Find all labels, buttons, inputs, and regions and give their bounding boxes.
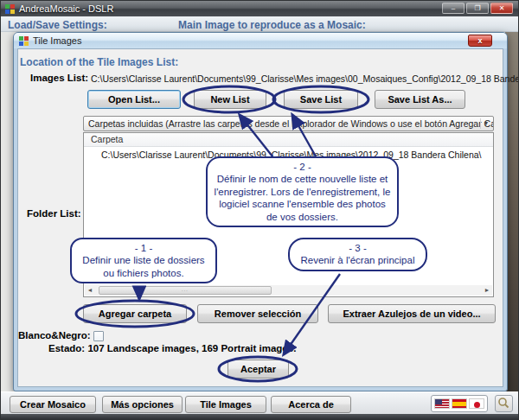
spain-flag-icon[interactable]	[452, 398, 467, 409]
japan-flag-icon[interactable]	[469, 398, 484, 409]
estado-status-line: Estado: 107 Landscape images, 169 Portra…	[48, 343, 296, 353]
us-flag-icon[interactable]	[434, 398, 450, 409]
scroll-left-icon[interactable]: ◄	[85, 285, 95, 296]
dialog-mosaic-icon	[19, 36, 29, 46]
callout-step3-text: Revenir à l'écran principal	[301, 255, 415, 265]
search-button[interactable]	[495, 395, 513, 412]
search-icon	[496, 396, 512, 411]
callout-step1-text: Definir une liste de dossiers ou fichier…	[82, 255, 204, 277]
location-section-heading: Location of the Tile Images List:	[20, 56, 178, 68]
images-list-path: C:\Users\Clarisse Laurent\Documents\99_C…	[91, 73, 519, 84]
remover-seleccion-button[interactable]: Remover selección	[197, 304, 318, 323]
folder-list-label: Folder List:	[27, 208, 81, 219]
maximize-button[interactable]: ❐	[466, 3, 489, 14]
estado-label: Estado:	[48, 343, 87, 353]
andreamosaic-window: { "window": { "title": "AndreaMosaic - D…	[0, 0, 519, 420]
window-titlebar[interactable]: AndreaMosaic - DSLR – ❐ ✕	[1, 1, 519, 16]
callout-step2-number: - 2 -	[213, 161, 392, 173]
tile-images-button[interactable]: Tile Images	[185, 396, 266, 413]
images-list-label: Images List:	[30, 73, 88, 83]
extraer-azulejos-button[interactable]: Extraer Azulejos de un video...	[328, 304, 496, 323]
folder-list-column-header[interactable]: Carpeta	[84, 133, 493, 147]
crear-mosaico-button[interactable]: Crear Mosaico	[10, 396, 96, 413]
save-list-as-button[interactable]: Save List As...	[375, 90, 465, 109]
scroll-right-icon[interactable]: ►	[482, 285, 492, 296]
load-save-settings-heading: Load/Save Settings:	[8, 19, 107, 31]
callout-step1-number: - 1 -	[77, 242, 210, 254]
callout-step2: - 2 - Définir le nom de cette nouvelle l…	[206, 156, 399, 227]
caption-buttons: – ❐ ✕	[442, 3, 513, 14]
callout-step3-number: - 3 -	[295, 242, 420, 254]
agregar-carpeta-button[interactable]: Agregar carpeta	[83, 304, 187, 323]
close-button[interactable]: ✕	[490, 3, 513, 14]
language-flags-panel[interactable]	[431, 395, 488, 412]
callout-step3: - 3 - Revenir à l'écran principal	[288, 238, 427, 271]
save-list-button[interactable]: Save List	[284, 90, 358, 109]
background-app-strip: Load/Save Settings: Main Image to reprod…	[1, 16, 519, 32]
folders-included-dropdown[interactable]: Carpetas incluidas (Arrastre las carpeta…	[83, 116, 494, 131]
callout-step1: - 1 - Definir une liste de dossiers ou f…	[70, 238, 217, 283]
window-bottom-border	[1, 414, 519, 420]
open-list-button[interactable]: Open List...	[87, 90, 181, 109]
horizontal-scrollbar[interactable]: ◄ ∙∙∙ ►	[85, 285, 492, 296]
folders-included-dropdown-value: Carpetas incluidas (Arrastre las carpeta…	[88, 118, 494, 129]
aceptar-button[interactable]: Aceptar	[227, 360, 289, 379]
dialog-title: Tile Images	[33, 35, 81, 46]
dialog-titlebar[interactable]: Tile Images	[14, 33, 507, 48]
blanco-negro-label: Blanco&Negro:	[18, 330, 91, 340]
new-list-button[interactable]: New List	[194, 90, 266, 109]
mas-opciones-button[interactable]: Más opciones	[102, 396, 183, 413]
acerca-de-button[interactable]: Acerca de	[271, 396, 351, 413]
scrollbar-thumb[interactable]: ∙∙∙	[99, 286, 272, 295]
estado-value: 107 Landscape images, 169 Portrait image…	[87, 343, 296, 353]
chevron-down-icon[interactable]: ▼	[480, 118, 491, 129]
callout-step2-text: Définir le nom de cette nouvelle liste e…	[215, 174, 391, 221]
app-mosaic-icon	[5, 4, 15, 14]
window-title: AndreaMosaic - DSLR	[19, 3, 113, 14]
minimize-button[interactable]: –	[442, 3, 465, 14]
blanco-negro-checkbox[interactable]	[93, 331, 104, 341]
dialog-close-button[interactable]: x	[468, 35, 492, 47]
main-image-heading: Main Image to reproduce as a Mosaic:	[178, 19, 366, 31]
